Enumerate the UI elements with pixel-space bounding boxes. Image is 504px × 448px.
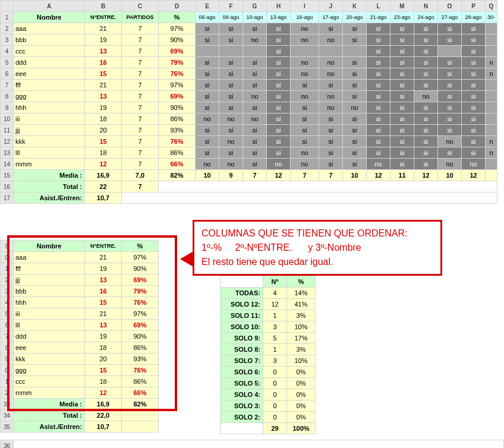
cell-partidos[interactable]: 7 [122, 113, 159, 125]
cell-att[interactable]: si [414, 136, 438, 147]
cell-att[interactable] [486, 159, 497, 170]
cell-att[interactable]: si [367, 102, 390, 113]
cell-att[interactable]: si [267, 34, 291, 46]
row-header[interactable]: 3 [1, 286, 14, 297]
cell-att[interactable]: si [390, 159, 414, 170]
cell-pct[interactable]: 93% [122, 354, 159, 365]
cell-att[interactable]: si [243, 80, 267, 91]
solo-p[interactable]: 17% [287, 333, 316, 344]
col-header[interactable]: G [243, 1, 267, 12]
cell-att[interactable]: si [367, 57, 390, 68]
cell-nombre[interactable]: fff [14, 80, 85, 91]
cell-att[interactable]: no [291, 147, 319, 159]
solo-p[interactable]: 0% [287, 412, 316, 423]
cell-att[interactable]: si [343, 91, 367, 102]
solo-n[interactable]: 0 [263, 400, 287, 412]
cell-att[interactable]: si [462, 113, 486, 125]
cell-att[interactable]: si [196, 68, 219, 80]
cell-att[interactable]: si [462, 136, 486, 147]
cell-att[interactable]: si [390, 91, 414, 102]
cell-att[interactable]: no [462, 159, 486, 170]
cell-nombre[interactable]: lll [14, 320, 85, 331]
cell-nentre[interactable]: 19 [85, 102, 122, 113]
cell-att[interactable]: si [390, 136, 414, 147]
cell-att[interactable]: si [367, 113, 390, 125]
top-table[interactable]: ABCDEFGHIJKLMNOPQ1NombreNºENTRE.PARTIDOS… [0, 0, 497, 204]
cell-att[interactable]: si [219, 102, 243, 113]
cell-partidos[interactable]: 7 [122, 147, 159, 159]
cell-att[interactable]: si [343, 125, 367, 136]
cell-att[interactable]: n [486, 136, 497, 147]
cell-partidos[interactable]: 7 [122, 125, 159, 136]
cell-att[interactable]: no [291, 159, 319, 170]
cell-nentre[interactable]: 16 [85, 286, 122, 297]
cell-nentre[interactable]: 13 [85, 275, 122, 286]
cell-att[interactable]: no [291, 91, 319, 102]
cell-pct[interactable]: 86% [122, 376, 159, 387]
row-header[interactable]: 16 [1, 181, 14, 193]
cell-att[interactable]: si [219, 91, 243, 102]
solo-n[interactable]: 0 [263, 389, 287, 400]
cell-nombre[interactable]: iii [14, 308, 85, 320]
solo-n[interactable]: 0 [263, 412, 287, 423]
solo-n[interactable]: 5 [263, 333, 287, 344]
cell-att[interactable]: no [319, 91, 343, 102]
cell-nentre[interactable]: 15 [85, 365, 122, 376]
cell-pct[interactable]: 69% [159, 91, 196, 102]
cell-att[interactable]: si [267, 147, 291, 159]
cell-att[interactable]: no [243, 91, 267, 102]
row-header[interactable]: 14 [1, 159, 14, 170]
cell-att[interactable]: si [414, 57, 438, 68]
cell-att[interactable]: si [390, 23, 414, 34]
cell-att[interactable]: no [319, 102, 343, 113]
solo-n[interactable]: 4 [263, 288, 287, 299]
cell-nombre[interactable]: fff [14, 263, 85, 275]
cell-att[interactable]: no [267, 159, 291, 170]
cell-att[interactable]: n [486, 147, 497, 159]
cell-att[interactable]: si [196, 34, 219, 46]
cell-nentre[interactable]: 19 [85, 331, 122, 342]
cell-att[interactable]: si [438, 113, 462, 125]
cell-att[interactable]: si [319, 159, 343, 170]
cell-nentre[interactable]: 13 [85, 320, 122, 331]
cell-nombre[interactable]: iii [14, 113, 85, 125]
cell-att[interactable]: si [219, 34, 243, 46]
cell-att[interactable]: si [438, 91, 462, 102]
bottom-table[interactable]: 9NombreNºENTRE.%0aaa2197%1fff1990%2jjj13… [0, 240, 159, 433]
cell-att[interactable]: n [486, 57, 497, 68]
row-header[interactable]: 12 [1, 136, 14, 147]
col-header[interactable]: K [343, 1, 367, 12]
cell-att[interactable]: si [343, 113, 367, 125]
cell-att[interactable]: si [196, 136, 219, 147]
cell-att[interactable]: si [390, 102, 414, 113]
cell-pct[interactable]: 90% [122, 263, 159, 275]
cell-att[interactable]: si [196, 23, 219, 34]
cell-att[interactable]: si [319, 113, 343, 125]
cell-att[interactable]: si [291, 125, 319, 136]
cell-att[interactable]: si [343, 136, 367, 147]
cell-att[interactable]: si [243, 68, 267, 80]
cell-att[interactable]: si [267, 113, 291, 125]
cell-att[interactable]: si [319, 147, 343, 159]
col-header[interactable]: M [390, 1, 414, 12]
cell-att[interactable] [486, 80, 497, 91]
row-header[interactable]: 15 [1, 170, 14, 181]
row-header[interactable]: 2 [1, 275, 14, 286]
cell-att[interactable]: no [414, 91, 438, 102]
row-header[interactable]: 9 [1, 241, 14, 252]
col-header[interactable]: N [414, 1, 438, 12]
cell-att[interactable]: no [219, 136, 243, 147]
cell-att[interactable]: si [390, 46, 414, 57]
cell-att[interactable]: si [462, 102, 486, 113]
cell-nentre[interactable]: 18 [85, 342, 122, 354]
cell-att[interactable]: si [438, 147, 462, 159]
cell-nentre[interactable]: 16 [85, 57, 122, 68]
cell-nombre[interactable]: kkk [14, 354, 85, 365]
cell-att[interactable]: si [438, 102, 462, 113]
solo-p[interactable]: 0% [287, 378, 316, 389]
cell-att[interactable]: no [291, 23, 319, 34]
cell-att[interactable] [486, 125, 497, 136]
cell-partidos[interactable]: 7 [122, 136, 159, 147]
cell-nentre[interactable]: 21 [85, 308, 122, 320]
cell-att[interactable] [196, 46, 219, 57]
